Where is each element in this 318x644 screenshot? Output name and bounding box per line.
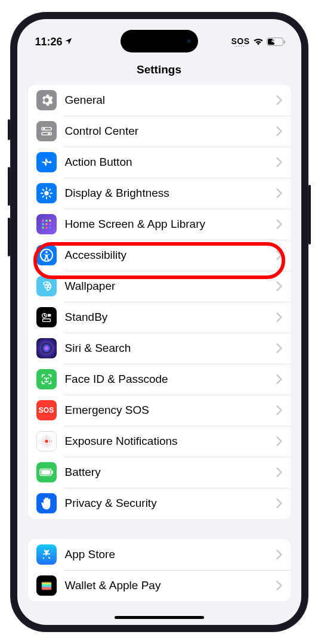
- appstore-icon: [36, 544, 57, 565]
- row-label: Siri & Search: [65, 342, 276, 355]
- battery-icon: [36, 462, 57, 482]
- gear-icon: [36, 90, 57, 110]
- svg-point-20: [41, 343, 52, 354]
- svg-point-23: [45, 439, 48, 443]
- row-label: Emergency SOS: [65, 404, 276, 417]
- brightness-icon: [36, 183, 57, 203]
- svg-point-4: [44, 191, 48, 195]
- chevron-right-icon: [276, 312, 282, 322]
- wallet-icon: [36, 575, 57, 596]
- home-screen-icon: [36, 214, 57, 234]
- standby-icon: [36, 307, 57, 327]
- row-privacy-security[interactable]: Privacy & Security: [28, 488, 291, 519]
- privacy-icon: [36, 493, 57, 513]
- svg-point-1: [43, 128, 45, 130]
- chevron-right-icon: [276, 95, 282, 105]
- row-label: Wallet & Apple Pay: [65, 579, 276, 592]
- wallpaper-icon: [36, 276, 57, 296]
- svg-rect-19: [42, 319, 50, 322]
- accessibility-icon: [36, 245, 57, 265]
- chevron-right-icon: [276, 343, 282, 353]
- row-label: Face ID & Passcode: [65, 373, 276, 386]
- row-label: Battery: [65, 466, 276, 479]
- dynamic-island: [121, 30, 198, 52]
- svg-rect-9: [45, 223, 47, 225]
- row-home-screen[interactable]: Home Screen & App Library: [28, 209, 291, 240]
- settings-group: General Control Center Action Button: [28, 85, 291, 519]
- row-control-center[interactable]: Control Center: [28, 116, 291, 147]
- battery-indicator: 44: [267, 38, 283, 46]
- row-label: Action Button: [65, 156, 276, 169]
- svg-point-21: [44, 378, 45, 379]
- location-icon: [64, 37, 73, 47]
- svg-rect-32: [41, 587, 51, 590]
- svg-rect-13: [49, 227, 51, 228]
- chevron-right-icon: [276, 436, 282, 446]
- faceid-icon: [36, 369, 57, 389]
- row-display-brightness[interactable]: Display & Brightness: [28, 178, 291, 209]
- chevron-right-icon: [276, 250, 282, 260]
- row-accessibility[interactable]: Accessibility: [28, 240, 291, 271]
- row-label: Control Center: [65, 125, 276, 138]
- svg-rect-8: [42, 223, 44, 225]
- row-label: Display & Brightness: [65, 187, 276, 200]
- row-label: General: [65, 94, 276, 107]
- row-action-button[interactable]: Action Button: [28, 147, 291, 178]
- wifi-icon: [253, 36, 264, 48]
- row-standby[interactable]: StandBy: [28, 302, 291, 333]
- chevron-right-icon: [276, 581, 282, 590]
- svg-rect-12: [45, 227, 47, 228]
- svg-rect-11: [42, 227, 44, 228]
- svg-rect-10: [49, 223, 51, 225]
- svg-rect-28: [41, 470, 50, 474]
- chevron-right-icon: [276, 188, 282, 198]
- chevron-right-icon: [276, 157, 282, 167]
- row-faceid-passcode[interactable]: Face ID & Passcode: [28, 364, 291, 395]
- chevron-right-icon: [276, 374, 282, 384]
- row-label: Accessibility: [65, 249, 276, 262]
- status-time: 11:26: [35, 36, 63, 48]
- page-title: Settings: [17, 54, 301, 85]
- chevron-right-icon: [276, 281, 282, 291]
- chevron-right-icon: [276, 550, 282, 559]
- switches-icon: [36, 121, 57, 141]
- settings-list[interactable]: General Control Center Action Button: [17, 85, 301, 601]
- row-siri-search[interactable]: Siri & Search: [28, 333, 291, 364]
- sos-icon: SOS: [36, 400, 57, 420]
- row-label: Wallpaper: [65, 280, 276, 293]
- chevron-right-icon: [276, 467, 282, 477]
- row-label: Exposure Notifications: [65, 435, 276, 448]
- chevron-right-icon: [276, 499, 282, 508]
- svg-rect-18: [47, 314, 51, 317]
- svg-rect-7: [49, 220, 51, 222]
- row-label: App Store: [65, 548, 276, 561]
- phone-frame: 11:26 SOS • • • • 44: [10, 12, 308, 632]
- row-app-store[interactable]: App Store: [28, 539, 291, 570]
- screen: 11:26 SOS • • • • 44: [17, 19, 301, 625]
- row-general[interactable]: General: [28, 85, 291, 116]
- svg-point-15: [45, 251, 48, 253]
- chevron-right-icon: [276, 126, 282, 136]
- chevron-right-icon: [276, 405, 282, 415]
- row-label: Home Screen & App Library: [65, 218, 276, 231]
- exposure-icon: [36, 431, 57, 451]
- home-indicator[interactable]: [115, 616, 204, 619]
- row-label: Privacy & Security: [65, 497, 276, 510]
- row-battery[interactable]: Battery: [28, 457, 291, 488]
- svg-point-22: [48, 378, 48, 379]
- svg-rect-6: [45, 220, 47, 222]
- svg-point-3: [48, 132, 50, 135]
- sos-indicator: SOS: [231, 36, 249, 46]
- row-wallpaper[interactable]: Wallpaper: [28, 271, 291, 302]
- action-button-icon: [36, 152, 57, 172]
- row-exposure-notifications[interactable]: Exposure Notifications: [28, 426, 291, 457]
- siri-icon: [36, 338, 57, 358]
- row-wallet-apple-pay[interactable]: Wallet & Apple Pay: [28, 570, 291, 601]
- svg-rect-27: [52, 470, 53, 474]
- chevron-right-icon: [276, 219, 282, 229]
- svg-rect-5: [42, 220, 44, 222]
- settings-group: App Store Wallet & Apple Pay: [28, 539, 291, 601]
- row-label: StandBy: [65, 311, 276, 324]
- row-emergency-sos[interactable]: SOS Emergency SOS: [28, 395, 291, 426]
